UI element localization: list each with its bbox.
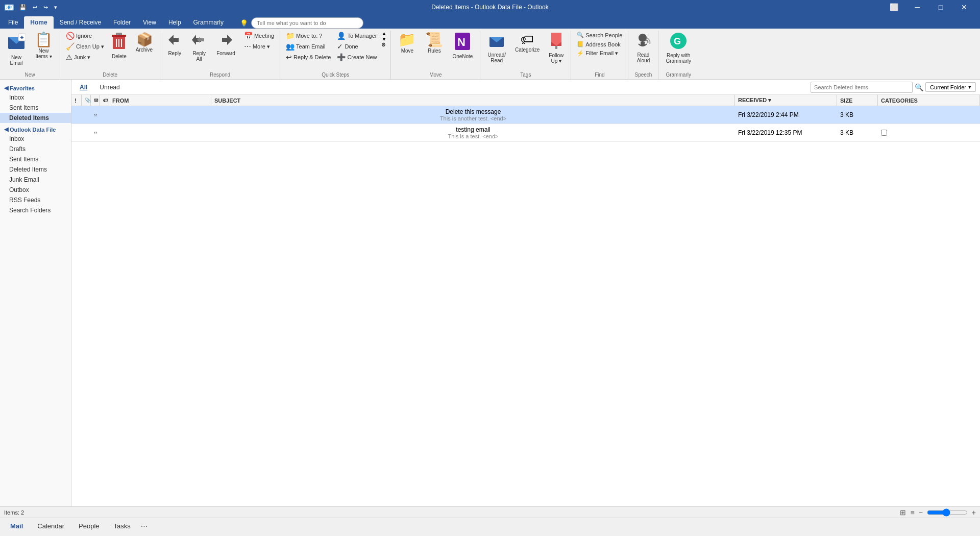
zoom-in-icon[interactable]: +	[972, 508, 976, 517]
zoom-out-icon[interactable]: −	[919, 508, 923, 517]
onenote-button[interactable]: N OneNote	[448, 31, 477, 61]
redo-btn[interactable]: ↪	[41, 3, 50, 12]
archive-button[interactable]: 📦 Archive	[132, 31, 157, 55]
tell-me-input[interactable]	[251, 17, 363, 29]
ribbon-group-move-label: Move	[394, 71, 477, 79]
create-new-button[interactable]: ➕ Create New	[334, 52, 379, 62]
quicksteps-scroll-up[interactable]: ▲	[381, 31, 386, 36]
filter-email-label: Filter Email ▾	[585, 50, 618, 57]
maximize-btn[interactable]: □	[929, 0, 952, 14]
col-header-category[interactable]: 🏷	[100, 95, 109, 106]
filter-email-button[interactable]: ⚡ Filter Email ▾	[574, 49, 625, 58]
sidebar-item-odf-search[interactable]: Search Folders	[0, 205, 71, 215]
sidebar-item-odf-deleted[interactable]: Deleted Items	[0, 164, 71, 175]
save-btn[interactable]: 💾	[17, 3, 29, 12]
col-header-flag[interactable]: !	[71, 95, 82, 106]
new-items-button[interactable]: 📋 NewItems ▾	[31, 31, 57, 61]
search-people-button[interactable]: 🔍 Search People	[574, 31, 625, 39]
archive-label: Archive	[136, 47, 153, 53]
filter-all-btn[interactable]: All	[76, 83, 91, 92]
read-aloud-icon	[635, 33, 651, 51]
cleanup-button[interactable]: 🧹 Clean Up ▾	[63, 41, 107, 52]
more-respond-icon: ⋯	[244, 42, 251, 51]
categorize-button[interactable]: 🏷 Categorize	[511, 31, 544, 55]
search-icon[interactable]: 🔍	[915, 83, 923, 91]
nav-more-button[interactable]: ···	[139, 521, 150, 532]
tab-folder[interactable]: Folder	[107, 16, 137, 29]
meeting-button[interactable]: 📅 Meeting	[241, 31, 277, 41]
junk-button[interactable]: ⚠ Junk ▾	[63, 52, 107, 62]
sidebar-item-odf-junk[interactable]: Junk Email	[0, 175, 71, 185]
col-header-categories[interactable]: CATEGORIES	[878, 95, 980, 106]
zoom-slider[interactable]	[927, 508, 968, 517]
tab-grammarly[interactable]: Grammarly	[187, 16, 230, 29]
sidebar-item-fav-sent[interactable]: Sent Items	[0, 103, 71, 113]
email-row-1[interactable]: Delete this message This is another test…	[71, 106, 980, 124]
move-to-button[interactable]: 📁 Move to: ?	[283, 31, 333, 41]
quicksteps-scroll-down[interactable]: ▼	[381, 36, 386, 42]
forward-button[interactable]: Forward	[212, 31, 239, 58]
col-header-from[interactable]: FROM	[109, 95, 211, 106]
tab-help[interactable]: Help	[162, 16, 187, 29]
more-button[interactable]: ⋯ More ▾	[241, 41, 277, 52]
odf-collapse-icon: ◀	[4, 126, 8, 133]
unread-read-button[interactable]: Unread/Read	[483, 31, 510, 65]
new-email-button[interactable]: NewEmail	[3, 31, 30, 68]
ribbon-group-quicksteps-content: 📁 Move to: ? 👥 Team Email ↩ Reply & Dele…	[283, 31, 387, 71]
read-aloud-button[interactable]: ReadAloud	[631, 31, 655, 65]
done-button[interactable]: ✓ Done	[334, 41, 379, 52]
current-folder-btn[interactable]: Current Folder ▾	[925, 82, 976, 92]
tab-file[interactable]: File	[2, 16, 24, 29]
reply-with-grammarly-button[interactable]: G Reply withGrammarly	[662, 31, 695, 66]
col-header-subject[interactable]: SUBJECT	[211, 95, 735, 106]
lightbulb-icon: 💡	[240, 19, 248, 27]
customize-quick-access[interactable]: ▾	[52, 3, 59, 12]
minimize-btn[interactable]: ─	[905, 0, 929, 14]
undo-btn[interactable]: ↩	[31, 3, 39, 12]
sidebar-item-odf-outbox[interactable]: Outbox	[0, 185, 71, 195]
sidebar-item-odf-drafts[interactable]: Drafts	[0, 144, 71, 154]
sidebar-item-odf-inbox[interactable]: Inbox	[0, 134, 71, 144]
follow-up-button[interactable]: FollowUp ▾	[545, 31, 568, 66]
sidebar-favorites-header[interactable]: ◀ Favorites	[0, 82, 71, 92]
sidebar-item-odf-rss[interactable]: RSS Feeds	[0, 195, 71, 205]
tab-send-receive[interactable]: Send / Receive	[54, 16, 107, 29]
filter-unread-btn[interactable]: Unread	[95, 83, 124, 92]
col-header-read[interactable]: ✉	[91, 95, 100, 106]
email-row-2[interactable]: testing email This is a test. <end> Fri …	[71, 124, 980, 142]
reply-all-button[interactable]: ReplyAll	[187, 31, 211, 64]
sidebar-item-odf-sent[interactable]: Sent Items	[0, 154, 71, 164]
search-deleted-input[interactable]	[811, 82, 913, 93]
col-header-received[interactable]: RECEIVED ▾	[735, 95, 837, 106]
email2-preview: This is a test. <end>	[448, 133, 498, 139]
sidebar-odf-header[interactable]: ◀ Outlook Data File	[0, 123, 71, 134]
tab-home[interactable]: Home	[24, 16, 53, 29]
ribbon-toggle-btn[interactable]: ⬜	[882, 0, 905, 14]
col-header-size[interactable]: SIZE	[837, 95, 878, 106]
quicksteps-more[interactable]: ⚙	[381, 42, 386, 47]
tab-view[interactable]: View	[137, 16, 162, 29]
team-email-button[interactable]: 👥 Team Email	[283, 41, 333, 52]
delete-button[interactable]: Delete	[108, 31, 131, 61]
reply-button[interactable]: Reply	[163, 31, 186, 58]
list-view-icon[interactable]: ≡	[910, 508, 914, 517]
sidebar-item-fav-inbox[interactable]: Inbox	[0, 92, 71, 103]
move-button[interactable]: 📁 Move	[394, 31, 420, 56]
sidebar-item-fav-deleted[interactable]: Deleted Items	[0, 113, 71, 123]
close-btn[interactable]: ✕	[952, 0, 976, 14]
nav-tab-mail[interactable]: Mail	[4, 520, 29, 532]
ignore-button[interactable]: 🚫 Ignore	[63, 31, 107, 41]
address-book-button[interactable]: 📒 Address Book	[574, 40, 625, 48]
nav-tab-people[interactable]: People	[72, 520, 105, 532]
reply-icon	[167, 33, 182, 50]
col-header-attachment[interactable]: 📎	[82, 95, 91, 106]
nav-tab-calendar[interactable]: Calendar	[31, 520, 70, 532]
email2-category-checkbox[interactable]	[881, 130, 887, 136]
reading-pane-icon[interactable]: ⊞	[900, 508, 906, 517]
grammarly-icon: G	[670, 33, 687, 52]
nav-tab-tasks[interactable]: Tasks	[108, 520, 137, 532]
rules-button[interactable]: 📜 Rules	[421, 31, 447, 56]
ribbon-group-new-content: NewEmail 📋 NewItems ▾	[3, 31, 57, 71]
to-manager-button[interactable]: 👤 To Manager	[334, 31, 379, 41]
reply-delete-button[interactable]: ↩ Reply & Delete	[283, 52, 333, 62]
